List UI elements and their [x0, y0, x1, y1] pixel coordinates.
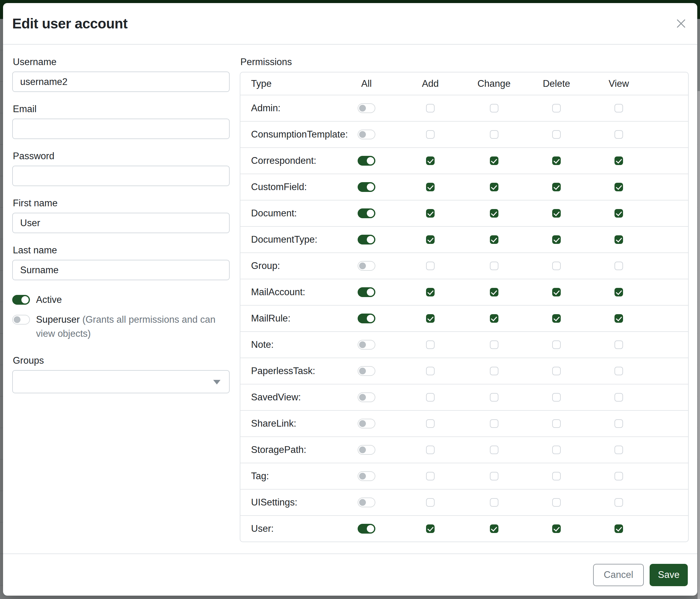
- save-button[interactable]: Save: [650, 564, 688, 586]
- perm-toggle-all[interactable]: [358, 261, 375, 271]
- perm-checkbox-view[interactable]: [615, 472, 623, 480]
- superuser-toggle[interactable]: [12, 315, 30, 325]
- perm-checkbox-change[interactable]: [490, 419, 498, 428]
- perm-toggle-all[interactable]: [358, 287, 375, 297]
- perm-checkbox-add[interactable]: [426, 472, 434, 480]
- username-input[interactable]: [12, 72, 230, 92]
- perm-checkbox-add[interactable]: [426, 446, 434, 454]
- perm-checkbox-add[interactable]: [426, 419, 434, 428]
- perm-toggle-all[interactable]: [358, 156, 375, 166]
- perm-toggle-all[interactable]: [358, 366, 375, 376]
- perm-checkbox-delete[interactable]: [552, 157, 561, 165]
- perm-checkbox-change[interactable]: [490, 446, 498, 454]
- perm-checkbox-delete[interactable]: [552, 130, 561, 139]
- perm-checkbox-delete[interactable]: [552, 183, 561, 191]
- perm-checkbox-view[interactable]: [615, 524, 623, 533]
- perm-checkbox-view[interactable]: [615, 262, 623, 270]
- perm-checkbox-delete[interactable]: [552, 472, 561, 480]
- perm-toggle-all[interactable]: [358, 524, 375, 534]
- perm-checkbox-add[interactable]: [426, 157, 434, 165]
- perm-checkbox-delete[interactable]: [552, 393, 561, 402]
- perm-checkbox-view[interactable]: [615, 446, 623, 454]
- perm-toggle-all[interactable]: [358, 498, 375, 507]
- perm-checkbox-view[interactable]: [615, 419, 623, 428]
- perm-checkbox-change[interactable]: [490, 262, 498, 270]
- page-scrollbar-thumb[interactable]: [698, 19, 700, 91]
- perm-checkbox-add[interactable]: [426, 498, 434, 507]
- perm-checkbox-view[interactable]: [615, 104, 623, 113]
- perm-checkbox-delete[interactable]: [552, 104, 561, 113]
- close-button[interactable]: [672, 15, 690, 32]
- first-name-field[interactable]: [12, 213, 230, 233]
- perm-checkbox-change[interactable]: [490, 472, 498, 480]
- perm-checkbox-add[interactable]: [426, 262, 434, 270]
- perm-checkbox-change[interactable]: [490, 130, 498, 139]
- perm-checkbox-delete[interactable]: [552, 340, 561, 349]
- perm-checkbox-view[interactable]: [615, 288, 623, 296]
- perm-toggle-all[interactable]: [358, 419, 375, 429]
- perm-checkbox-add[interactable]: [426, 104, 434, 113]
- perm-checkbox-add[interactable]: [426, 288, 434, 296]
- perm-toggle-all[interactable]: [358, 235, 375, 244]
- perm-checkbox-add[interactable]: [426, 367, 434, 375]
- perm-checkbox-delete[interactable]: [552, 419, 561, 428]
- perm-checkbox-change[interactable]: [490, 367, 498, 375]
- perm-checkbox-view[interactable]: [615, 157, 623, 165]
- perm-checkbox-add[interactable]: [426, 130, 434, 139]
- cancel-button[interactable]: Cancel: [593, 564, 644, 586]
- perm-checkbox-delete[interactable]: [552, 446, 561, 454]
- perm-checkbox-add[interactable]: [426, 209, 434, 218]
- perm-checkbox-add[interactable]: [426, 393, 434, 402]
- password-field[interactable]: [12, 166, 230, 186]
- perm-checkbox-change[interactable]: [490, 235, 498, 244]
- perm-checkbox-delete[interactable]: [552, 524, 561, 533]
- perm-checkbox-change[interactable]: [490, 183, 498, 191]
- perm-checkbox-change[interactable]: [490, 209, 498, 218]
- perm-checkbox-add[interactable]: [426, 314, 434, 323]
- perm-checkbox-change[interactable]: [490, 498, 498, 507]
- perm-checkbox-delete[interactable]: [552, 288, 561, 296]
- perm-toggle-all[interactable]: [358, 129, 375, 139]
- perm-checkbox-add[interactable]: [426, 524, 434, 533]
- perm-checkbox-change[interactable]: [490, 288, 498, 296]
- toggle-knob: [359, 131, 366, 138]
- perm-checkbox-delete[interactable]: [552, 235, 561, 244]
- perm-toggle-all[interactable]: [358, 209, 375, 218]
- perm-toggle-all[interactable]: [358, 445, 375, 455]
- perm-checkbox-view[interactable]: [615, 393, 623, 402]
- perm-checkbox-delete[interactable]: [552, 262, 561, 270]
- email-field[interactable]: [12, 119, 230, 139]
- perm-toggle-all[interactable]: [358, 340, 375, 350]
- perm-checkbox-view[interactable]: [615, 209, 623, 218]
- perm-toggle-all[interactable]: [358, 182, 375, 192]
- perm-checkbox-change[interactable]: [490, 393, 498, 402]
- perm-checkbox-view[interactable]: [615, 130, 623, 139]
- perm-checkbox-change[interactable]: [490, 314, 498, 323]
- perm-toggle-all[interactable]: [358, 103, 375, 113]
- perm-toggle-all[interactable]: [358, 314, 375, 324]
- perm-checkbox-delete[interactable]: [552, 314, 561, 323]
- perm-checkbox-change[interactable]: [490, 524, 498, 533]
- perm-checkbox-view[interactable]: [615, 498, 623, 507]
- perm-checkbox-add[interactable]: [426, 340, 434, 349]
- perm-checkbox-add[interactable]: [426, 183, 434, 191]
- perm-checkbox-change[interactable]: [490, 104, 498, 113]
- perm-toggle-all[interactable]: [358, 471, 375, 481]
- perm-checkbox-view[interactable]: [615, 183, 623, 191]
- perm-toggle-all[interactable]: [358, 392, 375, 402]
- perm-checkbox-change[interactable]: [490, 340, 498, 349]
- permissions-table: Type All Add Change Delete View Admin:: [240, 72, 689, 542]
- active-toggle[interactable]: [12, 295, 30, 305]
- perm-checkbox-delete[interactable]: [552, 367, 561, 375]
- perm-checkbox-add[interactable]: [426, 235, 434, 244]
- perm-checkbox-view[interactable]: [615, 367, 623, 375]
- perm-checkbox-change[interactable]: [490, 157, 498, 165]
- page-scrollbar-track[interactable]: [698, 19, 700, 599]
- perm-checkbox-view[interactable]: [615, 340, 623, 349]
- perm-checkbox-view[interactable]: [615, 314, 623, 323]
- perm-checkbox-delete[interactable]: [552, 209, 561, 218]
- perm-checkbox-view[interactable]: [615, 235, 623, 244]
- perm-checkbox-delete[interactable]: [552, 498, 561, 507]
- groups-select[interactable]: [12, 370, 230, 393]
- last-name-field[interactable]: [12, 260, 230, 280]
